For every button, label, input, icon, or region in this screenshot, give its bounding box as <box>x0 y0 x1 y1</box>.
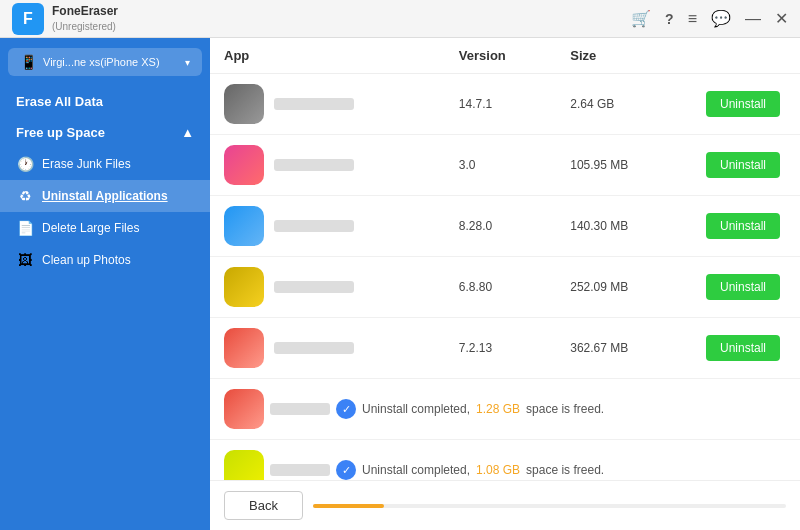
size-cell: 252.09 MB <box>556 257 684 318</box>
recycle-icon: ♻ <box>16 188 34 204</box>
app-title: FoneEraser <box>52 4 118 20</box>
col-app: App <box>210 38 445 74</box>
version-cell: 8.28.0 <box>445 196 556 257</box>
app-name-blurred <box>274 159 354 171</box>
col-version: Version <box>445 38 556 74</box>
main-container: 📱 Virgi...ne xs(iPhone XS) ▾ Erase All D… <box>0 38 800 530</box>
chat-icon[interactable]: 💬 <box>711 9 731 28</box>
app-name-block: FoneEraser (Unregistered) <box>52 4 118 33</box>
app-name-blurred <box>274 220 354 232</box>
uninstall-button[interactable]: Uninstall <box>706 274 780 300</box>
app-icon <box>224 84 264 124</box>
app-cell <box>210 257 445 318</box>
col-size: Size <box>556 38 684 74</box>
freed-size: 1.28 GB <box>476 402 520 416</box>
app-icon <box>224 450 264 480</box>
sidebar-uninstall-label: Uninstall Applications <box>42 189 168 203</box>
app-name-blurred <box>274 342 354 354</box>
device-selector[interactable]: 📱 Virgi...ne xs(iPhone XS) ▾ <box>8 48 202 76</box>
chevron-down-icon: ▾ <box>185 57 190 68</box>
app-name-blurred <box>274 98 354 110</box>
size-cell: 140.30 MB <box>556 196 684 257</box>
content-area: App Version Size <box>210 38 800 530</box>
app-icon <box>224 206 264 246</box>
version-cell: 14.7.1 <box>445 74 556 135</box>
device-name: Virgi...ne xs(iPhone XS) <box>43 56 185 68</box>
table-row: 6.8.80 252.09 MB Uninstall <box>210 257 800 318</box>
table-row: ✓ Uninstall completed, 1.28 GB space is … <box>210 379 800 440</box>
app-name-blurred <box>270 403 330 415</box>
check-icon: ✓ <box>336 399 356 419</box>
app-cell <box>210 318 445 379</box>
check-icon: ✓ <box>336 460 356 480</box>
sidebar-clean-photos-label: Clean up Photos <box>42 253 131 267</box>
app-subtitle: (Unregistered) <box>52 20 118 33</box>
table-header: App Version Size <box>210 38 800 74</box>
app-name-blurred <box>274 281 354 293</box>
collapse-icon: ▲ <box>181 125 194 140</box>
app-cell <box>210 74 445 135</box>
sidebar-item-erase-junk[interactable]: 🕐 Erase Junk Files <box>0 148 210 180</box>
version-cell: 7.2.13 <box>445 318 556 379</box>
sidebar-erase-all[interactable]: Erase All Data <box>0 86 210 117</box>
app-logo: F <box>12 3 44 35</box>
sidebar: 📱 Virgi...ne xs(iPhone XS) ▾ Erase All D… <box>0 38 210 530</box>
close-icon[interactable]: ✕ <box>775 9 788 28</box>
app-table-container: App Version Size <box>210 38 800 480</box>
completed-text-post: space is freed. <box>526 402 604 416</box>
empty-action <box>684 379 800 440</box>
table-row: 3.0 105.95 MB Uninstall <box>210 135 800 196</box>
titlebar-icons: 🛒 ? ≡ 💬 — ✕ <box>631 9 788 28</box>
app-name-blurred <box>270 464 330 476</box>
size-cell: 362.67 MB <box>556 318 684 379</box>
sidebar-delete-large-label: Delete Large Files <box>42 221 139 235</box>
progress-bar <box>313 504 786 508</box>
completed-cell: ✓ Uninstall completed, 1.28 GB space is … <box>210 379 684 440</box>
minimize-icon[interactable]: — <box>745 10 761 28</box>
clock-icon: 🕐 <box>16 156 34 172</box>
version-cell: 6.8.80 <box>445 257 556 318</box>
action-cell: Uninstall <box>684 74 800 135</box>
uninstall-button[interactable]: Uninstall <box>706 335 780 361</box>
cart-icon[interactable]: 🛒 <box>631 9 651 28</box>
app-icon <box>224 267 264 307</box>
app-cell <box>210 135 445 196</box>
titlebar: F FoneEraser (Unregistered) 🛒 ? ≡ 💬 — ✕ <box>0 0 800 38</box>
sidebar-item-clean-photos[interactable]: 🖼 Clean up Photos <box>0 244 210 276</box>
back-button[interactable]: Back <box>224 491 303 520</box>
action-cell: Uninstall <box>684 196 800 257</box>
table-row: ✓ Uninstall completed, 1.08 GB space is … <box>210 440 800 481</box>
completed-text-pre: Uninstall completed, <box>362 463 470 477</box>
freed-size: 1.08 GB <box>476 463 520 477</box>
app-cell <box>210 196 445 257</box>
action-cell: Uninstall <box>684 257 800 318</box>
content-footer: Back <box>210 480 800 530</box>
uninstall-button[interactable]: Uninstall <box>706 152 780 178</box>
completed-cell: ✓ Uninstall completed, 1.08 GB space is … <box>210 440 684 481</box>
device-icon: 📱 <box>20 54 37 70</box>
size-cell: 2.64 GB <box>556 74 684 135</box>
app-icon <box>224 145 264 185</box>
table-row: 14.7.1 2.64 GB Uninstall <box>210 74 800 135</box>
version-cell: 3.0 <box>445 135 556 196</box>
sidebar-erase-junk-label: Erase Junk Files <box>42 157 131 171</box>
completed-text-post: space is freed. <box>526 463 604 477</box>
sidebar-item-uninstall-apps[interactable]: ♻ Uninstall Applications <box>0 180 210 212</box>
sidebar-item-delete-large[interactable]: 📄 Delete Large Files <box>0 212 210 244</box>
app-icon <box>224 328 264 368</box>
empty-action <box>684 440 800 481</box>
action-cell: Uninstall <box>684 135 800 196</box>
completed-text-pre: Uninstall completed, <box>362 402 470 416</box>
file-icon: 📄 <box>16 220 34 236</box>
table-row: 8.28.0 140.30 MB Uninstall <box>210 196 800 257</box>
uninstall-button[interactable]: Uninstall <box>706 213 780 239</box>
menu-icon[interactable]: ≡ <box>688 10 697 28</box>
app-icon <box>224 389 264 429</box>
col-action <box>684 38 800 74</box>
uninstall-button[interactable]: Uninstall <box>706 91 780 117</box>
question-icon[interactable]: ? <box>665 11 674 27</box>
photo-icon: 🖼 <box>16 252 34 268</box>
free-up-label: Free up Space <box>16 125 105 140</box>
sidebar-free-up[interactable]: Free up Space ▲ <box>0 117 210 148</box>
progress-fill <box>313 504 384 508</box>
